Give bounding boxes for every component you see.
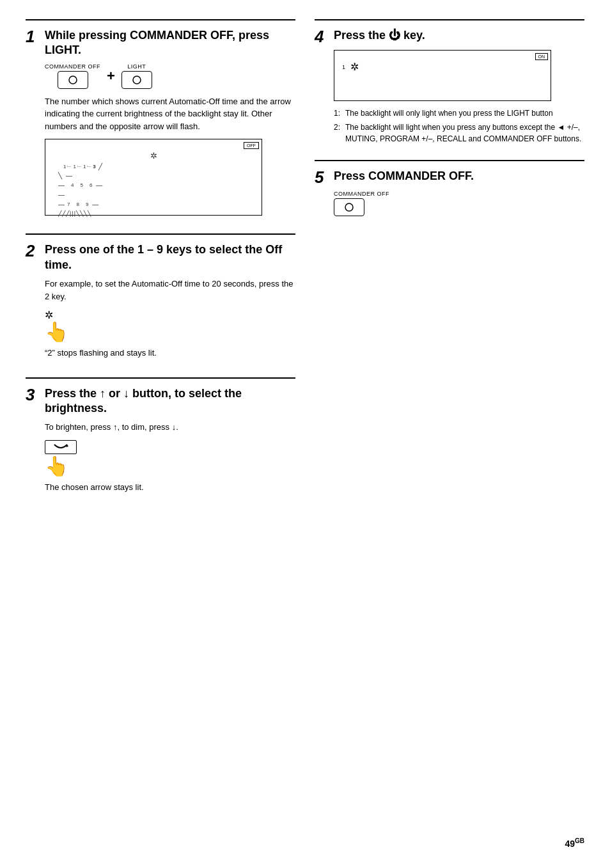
circle-icon-light — [132, 75, 142, 85]
right-column: 4 Press the ⏻ key. ON 1 ✲ — [315, 19, 584, 511]
step-2-description: For example, to set the Automatic-Off ti… — [45, 278, 295, 303]
step-4-block: 4 Press the ⏻ key. ON 1 ✲ — [315, 19, 584, 148]
step-2-caption: “2” stops flashing and stays lit. — [45, 347, 295, 359]
step-3-block: 3 Press the ↑ or ↓ button, to select the… — [26, 377, 295, 500]
step-5-title: Press COMMANDER OFF. — [334, 169, 474, 184]
svg-point-0 — [69, 76, 77, 84]
hand-icon-3: 👆 — [45, 457, 68, 476]
down-arrow-btn — [45, 440, 77, 454]
step-2-illustration: ✲ 👆 — [45, 309, 295, 342]
step-3-illustration: 👆 — [45, 440, 295, 476]
step-1-buttons: COMMANDER OFF + LIGHT — [45, 63, 295, 89]
step-2-title: Press one of the 1 – 9 keys to select th… — [45, 242, 295, 272]
circle-icon-1 — [68, 75, 78, 85]
hand-icon-2: 👆 — [45, 322, 68, 342]
step-1-title: While pressing COMMANDER OFF, press LIGH… — [45, 28, 295, 58]
step-4-display: ON 1 ✲ — [334, 50, 551, 101]
step-5-block: 5 Press COMMANDER OFF. COMMANDER OFF — [315, 160, 584, 223]
left-column: 1 While pressing COMMANDER OFF, press LI… — [26, 19, 295, 511]
commander-off-btn-5 — [334, 198, 364, 216]
step-5-button-group: COMMANDER OFF — [334, 191, 584, 216]
light-label: LIGHT — [127, 63, 146, 70]
commander-off-label-1: COMMANDER OFF — [45, 63, 100, 70]
plus-icon-1: + — [107, 68, 115, 84]
down-arrow-icon — [53, 442, 68, 452]
note-item-2: 2: The backlight will light when you pre… — [334, 122, 584, 145]
step-2-block: 2 Press one of the 1 – 9 keys to select … — [26, 233, 295, 365]
step-4-notes: 1: The backlight will only light when yo… — [334, 107, 584, 145]
step-3-caption: The chosen arrow stays lit. — [45, 481, 295, 494]
commander-off-btn-1 — [58, 71, 88, 89]
step-3-number: 3 — [26, 386, 40, 403]
step-5-number: 5 — [315, 169, 329, 185]
light-btn — [121, 71, 152, 89]
sun-icon-2: ✲ — [45, 309, 53, 321]
step-3-title: Press the ↑ or ↓ button, to select the b… — [45, 386, 295, 416]
step-4-number: 4 — [315, 28, 329, 45]
page-footer: 49GB — [565, 837, 584, 849]
off-button-corner: OFF — [244, 142, 259, 149]
note-item-1: 1: The backlight will only light when yo… — [334, 107, 584, 119]
svg-point-1 — [133, 76, 141, 84]
step-4-title: Press the ⏻ key. — [334, 28, 425, 43]
step-1-number: 1 — [26, 28, 40, 45]
page-superscript: GB — [575, 837, 584, 844]
step-3-description: To brighten, press ↑, to dim, press ↓. — [45, 421, 295, 434]
svg-point-3 — [345, 203, 353, 211]
page-number: 49 — [565, 839, 575, 849]
step-1-description: The number which shows current Automatic… — [45, 95, 295, 133]
commander-off-label-5: COMMANDER OFF — [334, 191, 389, 197]
step-1-block: 1 While pressing COMMANDER OFF, press LI… — [26, 19, 295, 222]
step-1-display: OFF ✲ 1﹂ — [45, 139, 262, 216]
on-button-corner: ON — [535, 53, 549, 60]
step-2-number: 2 — [26, 242, 40, 259]
circle-icon-5 — [344, 202, 354, 212]
